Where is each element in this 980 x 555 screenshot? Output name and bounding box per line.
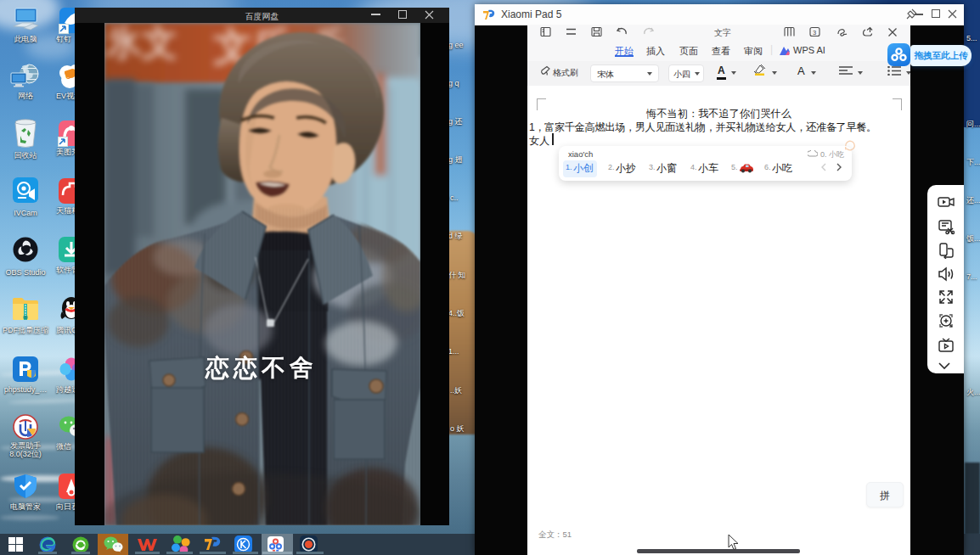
svg-text:3: 3 <box>813 29 816 36</box>
svg-text:e: e <box>65 70 71 81</box>
svg-text:氷文: 氷文 <box>104 23 177 63</box>
